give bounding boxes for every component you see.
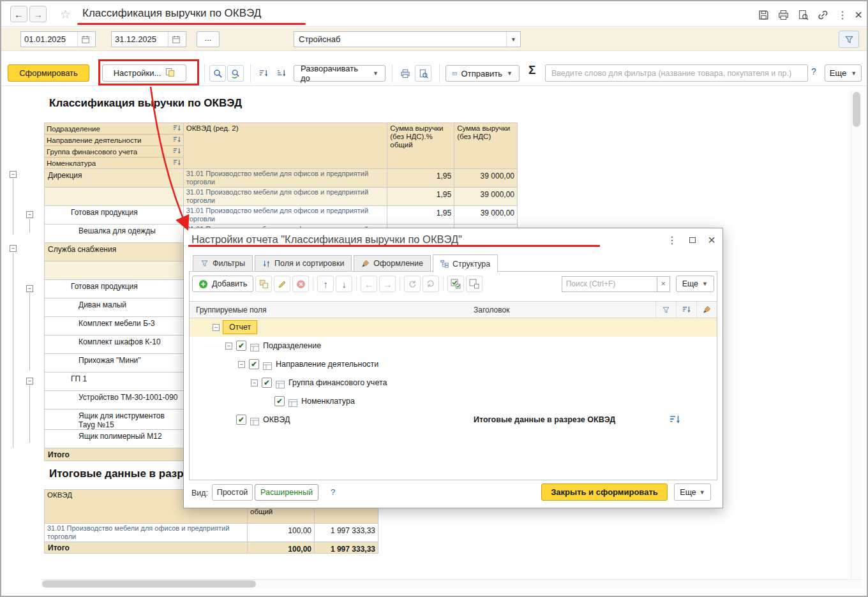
- row-label-cell[interactable]: ГП 1: [45, 372, 184, 391]
- collapse-group-icon[interactable]: −: [26, 211, 33, 218]
- edit-button[interactable]: [274, 276, 290, 292]
- collapse-group-icon[interactable]: −: [10, 245, 17, 252]
- pct-cell[interactable]: 100,00: [248, 524, 315, 542]
- vertical-scrollbar-thumb[interactable]: [853, 92, 860, 127]
- close-icon[interactable]: ×: [850, 7, 867, 22]
- tab-filters[interactable]: Фильтры: [193, 255, 253, 272]
- group-header-cell[interactable]: Номенклатура: [45, 158, 183, 169]
- save-icon[interactable]: [755, 7, 772, 22]
- okved-cell[interactable]: 31.01 Производство мебели для офисов и п…: [184, 188, 388, 206]
- kebab-menu-icon[interactable]: ⋮: [834, 7, 851, 22]
- table-row[interactable]: 31.01 Производство мебели для офисов и п…: [45, 524, 378, 542]
- sort-icon[interactable]: [173, 136, 181, 145]
- tree-row[interactable]: −Отчет: [190, 318, 717, 337]
- column-title[interactable]: Заголовок: [474, 306, 509, 314]
- group-button[interactable]: [255, 276, 272, 292]
- period-options-button[interactable]: ...: [197, 31, 220, 47]
- row-label-cell[interactable]: Готовая продукция: [45, 206, 184, 225]
- chevron-down-icon[interactable]: ▼: [506, 32, 520, 47]
- exclude-from-group-button[interactable]: [423, 276, 439, 292]
- collapse-icon[interactable]: −: [213, 324, 220, 331]
- sum-cell[interactable]: 39 000,00: [454, 169, 518, 188]
- collapse-icon[interactable]: −: [251, 380, 258, 387]
- move-up-button[interactable]: ↑: [317, 276, 334, 292]
- sort-icon[interactable]: [670, 415, 681, 427]
- okved-cell[interactable]: 31.01 Производство мебели для офисов и п…: [45, 524, 248, 542]
- forward-button[interactable]: →: [29, 6, 47, 22]
- close-and-generate-button[interactable]: Закрыть и сформировать: [541, 483, 668, 501]
- okved-cell[interactable]: 31.01 Производство мебели для офисов и п…: [184, 206, 388, 225]
- date-to-field[interactable]: [111, 31, 186, 47]
- sum-cell[interactable]: 39 000,00: [454, 188, 518, 206]
- filter-settings-button[interactable]: [839, 31, 859, 48]
- delete-button[interactable]: [292, 276, 309, 292]
- group-header-cell[interactable]: Группа финансового учета: [45, 146, 183, 158]
- checkbox[interactable]: ✔: [274, 396, 285, 406]
- kebab-menu-icon[interactable]: ⋮: [664, 233, 680, 247]
- collapse-icon[interactable]: −: [238, 361, 245, 368]
- pct-cell[interactable]: 100,00: [248, 542, 315, 554]
- row-label-cell[interactable]: Комплект шкафов К-10: [45, 335, 184, 354]
- date-to-input[interactable]: [112, 32, 168, 47]
- row-label-cell[interactable]: Ящик для инструментов Тауg №15: [45, 409, 184, 430]
- sum-cell[interactable]: 1 997 333,33: [315, 524, 378, 542]
- vertical-scrollbar[interactable]: [851, 91, 862, 579]
- sum-cell[interactable]: 39 000,00: [454, 206, 518, 225]
- checkbox[interactable]: ✔: [249, 359, 259, 369]
- date-from-input[interactable]: [21, 32, 77, 47]
- sort-icon[interactable]: [173, 159, 181, 168]
- more-dropdown[interactable]: Еще ▼: [825, 64, 862, 82]
- tab-structure[interactable]: Структура: [433, 254, 498, 272]
- generate-button[interactable]: Сформировать: [8, 64, 89, 82]
- quick-filter-input[interactable]: [545, 64, 808, 82]
- pct-cell[interactable]: 1,95: [387, 169, 454, 188]
- tab-fields-sorting[interactable]: Поля и сортировки: [255, 255, 352, 272]
- back-button[interactable]: ←: [10, 6, 27, 22]
- table-row[interactable]: 31.01 Производство мебели для офисов и п…: [45, 188, 518, 206]
- checkbox[interactable]: ✔: [236, 341, 246, 351]
- dialog-more-dropdown[interactable]: Еще ▼: [674, 483, 711, 501]
- table-row[interactable]: Дирекция31.01 Производство мебели для оф…: [45, 169, 518, 188]
- check-all-button[interactable]: [447, 276, 464, 292]
- row-label-cell[interactable]: Прихожая "Мини": [45, 354, 184, 372]
- sort-desc-button[interactable]: [273, 65, 290, 82]
- row-label-cell[interactable]: Комплект мебели Б-3: [45, 317, 184, 335]
- table-row[interactable]: Итого100,001 997 333,33: [45, 542, 378, 554]
- calendar-icon[interactable]: [168, 32, 183, 47]
- print-preview-button[interactable]: [415, 65, 431, 82]
- move-down-button[interactable]: ↓: [336, 276, 352, 292]
- horizontal-scrollbar-thumb[interactable]: [42, 580, 256, 587]
- sum-cell[interactable]: 1 997 333,33: [315, 542, 378, 554]
- help-link[interactable]: ?: [331, 487, 335, 497]
- collapse-group-icon[interactable]: −: [26, 378, 33, 385]
- row-label-cell[interactable]: Вешалка для одежды: [45, 225, 184, 243]
- table-row[interactable]: Готовая продукция31.01 Производство мебе…: [45, 206, 518, 225]
- okved-cell[interactable]: 31.01 Производство мебели для офисов и п…: [184, 169, 388, 188]
- column-header-okved[interactable]: ОКВЭД (ред. 2): [184, 123, 388, 169]
- row-label-cell[interactable]: [45, 262, 184, 280]
- structure-more-dropdown[interactable]: Еще ▼: [676, 276, 714, 292]
- print-button[interactable]: [397, 65, 414, 82]
- move-left-button[interactable]: ←: [361, 276, 377, 292]
- favorite-star-icon[interactable]: ☆: [60, 7, 71, 22]
- tree-row[interactable]: ✔Номенклатура: [190, 392, 717, 411]
- search-input[interactable]: [562, 276, 657, 292]
- tree-root-cell[interactable]: Отчет: [223, 320, 257, 334]
- link-icon[interactable]: [814, 7, 831, 22]
- clear-search-icon[interactable]: ×: [657, 276, 670, 292]
- row-label-cell[interactable]: Ящик полимерный М12: [45, 430, 184, 448]
- date-from-field[interactable]: [20, 31, 96, 47]
- tree-row[interactable]: −✔Группа финансового учета: [190, 374, 717, 392]
- pct-cell[interactable]: 1,95: [387, 188, 454, 206]
- print-icon[interactable]: [775, 7, 791, 22]
- expand-to-dropdown[interactable]: Разворачивать до ▼: [294, 65, 385, 82]
- row-label-cell[interactable]: Итого: [45, 448, 184, 461]
- pct-cell[interactable]: 1,95: [387, 206, 454, 225]
- tree-row[interactable]: −✔Подразделение: [190, 337, 717, 355]
- search-field[interactable]: ×: [562, 276, 670, 292]
- checkbox[interactable]: ✔: [262, 378, 272, 388]
- sort-icon[interactable]: [173, 147, 181, 156]
- view-advanced-button[interactable]: Расширенный: [255, 484, 318, 501]
- add-button[interactable]: Добавить: [192, 276, 253, 292]
- move-into-group-button[interactable]: [404, 276, 421, 292]
